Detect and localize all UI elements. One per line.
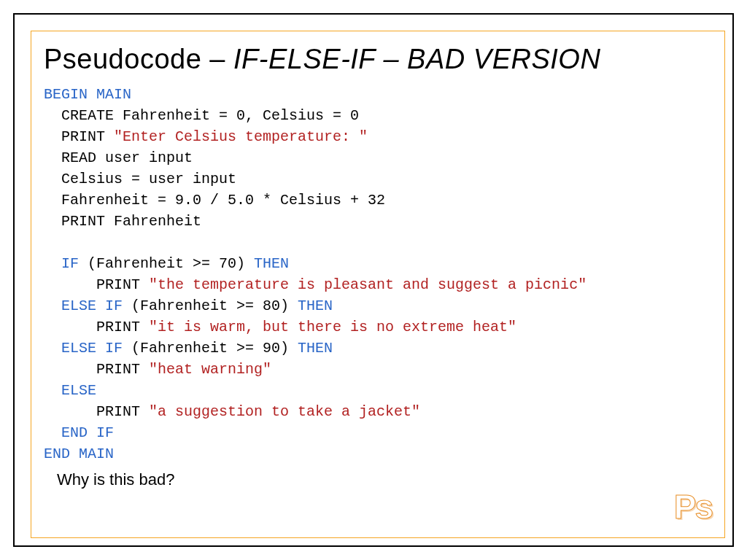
title-italic: IF-ELSE-IF – BAD VERSION <box>233 44 600 74</box>
string-literal: "heat warning" <box>149 361 271 378</box>
code-indent <box>44 298 61 314</box>
kw-else: ELSE <box>61 382 96 399</box>
code-indent <box>44 424 61 441</box>
code-indent <box>44 382 61 399</box>
code-indent <box>44 340 61 357</box>
kw-then: THEN <box>298 298 333 314</box>
pseudocode-block: BEGIN MAIN CREATE Fahrenheit = 0, Celsiu… <box>44 84 703 464</box>
code-line: CREATE Fahrenheit = 0, Celsius = 0 <box>44 107 359 124</box>
kw-if: IF <box>61 255 79 272</box>
string-literal: "it is warm, but there is no extreme hea… <box>149 319 516 335</box>
code-line: Celsius = user input <box>44 171 236 187</box>
code-indent: PRINT <box>44 319 149 335</box>
code-indent: PRINT <box>44 361 149 378</box>
kw-endif: END IF <box>61 424 114 441</box>
string-literal: "the temperature is pleasant and suggest… <box>149 276 587 293</box>
code-line: PRINT <box>44 128 114 145</box>
question-text: Why is this bad? <box>57 470 703 489</box>
kw-then: THEN <box>254 255 289 272</box>
ps-logo: Ps <box>674 487 712 526</box>
code-line: Fahrenheit = 9.0 / 5.0 * Celsius + 32 <box>44 192 385 209</box>
code-cond: (Fahrenheit >= 90) <box>123 340 298 357</box>
kw-end-main: END MAIN <box>44 446 114 462</box>
code-indent: PRINT <box>44 403 149 420</box>
code-indent: PRINT <box>44 276 149 293</box>
code-line: PRINT Fahrenheit <box>44 213 201 230</box>
string-literal: "Enter Celsius temperature: " <box>114 128 368 145</box>
kw-elseif: ELSE IF <box>61 340 123 357</box>
code-line: READ user input <box>44 149 193 166</box>
string-literal: "a suggestion to take a jacket" <box>149 403 420 420</box>
code-cond: (Fahrenheit >= 80) <box>123 298 298 314</box>
kw-elseif: ELSE IF <box>61 298 123 314</box>
kw-begin-main: BEGIN MAIN <box>44 86 131 103</box>
title-prefix: Pseudocode – <box>44 44 233 74</box>
code-indent <box>44 255 61 272</box>
code-cond: (Fahrenheit >= 70) <box>79 255 254 272</box>
slide-title: Pseudocode – IF-ELSE-IF – BAD VERSION <box>44 44 703 75</box>
slide-content: Pseudocode – IF-ELSE-IF – BAD VERSION BE… <box>44 44 703 524</box>
kw-then: THEN <box>298 340 333 357</box>
